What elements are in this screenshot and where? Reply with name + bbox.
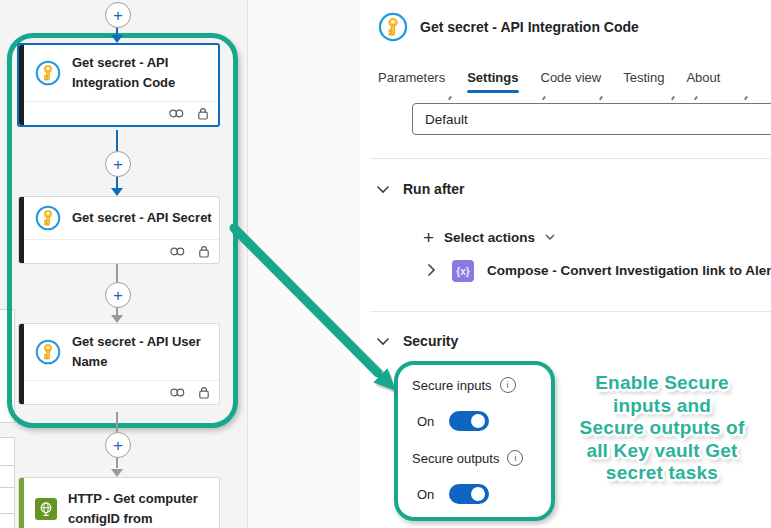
canvas-gutter: [247, 0, 361, 528]
insert-step-button[interactable]: +: [105, 2, 131, 28]
tab-about[interactable]: About: [686, 70, 720, 93]
connector-line: [116, 130, 118, 151]
connector-arrowhead: [111, 35, 123, 43]
chevron-down-icon: [376, 185, 390, 194]
annotation-line: secret tasks: [548, 462, 771, 485]
secure-outputs-row: Secure outputs i: [412, 450, 523, 466]
connector-arrowhead: [111, 469, 123, 477]
section-label: Run after: [403, 181, 464, 197]
clipped-text-artifact: [542, 96, 546, 100]
section-security[interactable]: Security: [376, 333, 458, 349]
chevron-down-icon: [376, 337, 390, 346]
workflow-node-get-secret-api-user-name[interactable]: Get secret - API User Name: [18, 323, 220, 405]
connector-line: [116, 412, 118, 432]
chevron-down-icon: [545, 234, 555, 241]
divider: [0, 513, 14, 514]
chevron-right-icon: [427, 263, 436, 277]
workflow-canvas[interactable]: + + + + Get secret - API Integration Cod…: [0, 0, 360, 528]
annotation-line: Enable Secure: [548, 372, 771, 395]
node-title: HTTP - Get computer configID from: [68, 489, 213, 528]
divider: [370, 158, 771, 159]
plus-icon: +: [113, 287, 123, 304]
divider: [0, 487, 14, 488]
key-vault-icon: [35, 339, 61, 365]
key-vault-icon: [35, 205, 61, 231]
logic-app-designer: + + + + Get secret - API Integration Cod…: [0, 0, 771, 528]
lock-icon: [198, 386, 210, 400]
node-title: Get secret - API Integration Code: [72, 53, 212, 93]
plus-icon: +: [423, 228, 434, 247]
divider: [370, 311, 771, 312]
plus-icon: +: [113, 156, 123, 173]
insert-step-button[interactable]: +: [105, 432, 131, 458]
secure-outputs-label: Secure outputs: [412, 451, 499, 466]
tab-code-view[interactable]: Code view: [541, 70, 602, 93]
info-icon[interactable]: i: [500, 377, 516, 393]
clipped-text-artifact: [694, 96, 698, 100]
offscreen-node-edge: [0, 437, 15, 528]
connector-arrowhead: [111, 188, 123, 196]
toggle-state-label: On: [417, 487, 434, 502]
select-actions-label: Select actions: [444, 230, 535, 245]
secure-outputs-toggle[interactable]: [449, 484, 489, 504]
http-icon: [35, 498, 57, 520]
lock-icon: [197, 107, 209, 121]
node-title: Get secret - API Secret: [72, 208, 212, 228]
node-accent-bar: [19, 197, 24, 263]
workflow-node-get-secret-api-integration-code[interactable]: Get secret - API Integration Code: [17, 43, 220, 127]
info-glyph: i: [507, 381, 509, 390]
secure-outputs-toggle-row: On: [417, 484, 489, 504]
annotation-line: all Key vault Get: [548, 440, 771, 463]
run-after-item-compose[interactable]: {x} Compose - Convert Investigation link…: [360, 260, 771, 284]
info-icon[interactable]: i: [507, 450, 523, 466]
lock-icon: [198, 245, 210, 259]
plus-icon: +: [113, 7, 123, 24]
tab-parameters[interactable]: Parameters: [378, 70, 445, 93]
toggle-knob: [471, 487, 485, 501]
compose-glyph: {x}: [456, 266, 469, 277]
node-accent-bar: [19, 478, 24, 528]
secure-inputs-row: Secure inputs i: [412, 377, 516, 393]
node-accent-bar: [19, 324, 24, 404]
key-vault-icon: [35, 60, 61, 86]
insert-step-button[interactable]: +: [105, 151, 131, 177]
run-after-item-label: Compose - Convert Investigation link to …: [487, 263, 771, 278]
workflow-node-get-secret-api-secret[interactable]: Get secret - API Secret: [18, 196, 220, 264]
divider: [0, 465, 14, 466]
info-glyph: i: [514, 454, 516, 463]
section-label: Security: [403, 333, 458, 349]
tab-settings[interactable]: Settings: [467, 70, 518, 93]
annotation-line: inputs and: [548, 395, 771, 418]
connection-icon: [168, 108, 185, 119]
plus-icon: +: [113, 437, 123, 454]
secure-inputs-toggle[interactable]: [449, 411, 489, 431]
annotation-line: Secure outputs of: [548, 417, 771, 440]
annotation-text: Enable Secure inputs and Secure outputs …: [548, 372, 771, 485]
secure-inputs-toggle-row: On: [417, 411, 489, 431]
clipped-text-artifact: [744, 96, 748, 100]
workflow-node-http-get-computer-configid[interactable]: HTTP - Get computer configID from: [18, 477, 220, 528]
toggle-state-label: On: [417, 414, 434, 429]
toggle-knob: [471, 414, 485, 428]
tab-bar: Parameters Settings Code view Testing Ab…: [378, 70, 720, 93]
tab-testing[interactable]: Testing: [623, 70, 664, 93]
secure-inputs-label: Secure inputs: [412, 378, 492, 393]
connection-icon: [169, 246, 186, 257]
connector-arrowhead: [111, 315, 123, 323]
insert-step-button[interactable]: +: [105, 282, 131, 308]
section-run-after[interactable]: Run after: [376, 181, 464, 197]
clipped-text-artifact: [671, 96, 675, 100]
connection-icon: [169, 387, 186, 398]
annotation-secure-outline: Secure inputs i On Secure outputs i On: [394, 361, 555, 521]
compose-icon: {x}: [452, 260, 474, 282]
node-title: Get secret - API User Name: [72, 332, 213, 372]
settings-field-input[interactable]: [412, 103, 771, 135]
clipped-text-artifact: [448, 96, 452, 100]
node-accent-bar: [19, 45, 24, 125]
key-vault-icon: [378, 12, 408, 42]
action-settings-panel: Get secret - API Integration Code Parame…: [360, 0, 771, 528]
panel-title: Get secret - API Integration Code: [420, 19, 639, 35]
select-actions-button[interactable]: + Select actions: [423, 228, 555, 247]
clipped-text-artifact: [599, 96, 603, 100]
